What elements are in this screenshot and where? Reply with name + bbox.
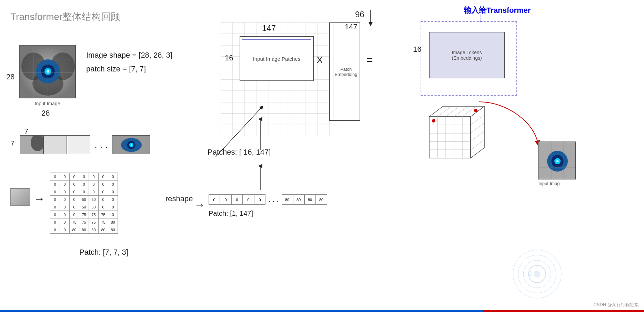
matrix-cell: 0 [60,196,70,203]
patch-item-2 [43,135,67,154]
reshape-cell: 0 [209,194,220,205]
matrix-cell: 0 [108,173,118,181]
matrix-cell: 80 [108,226,118,234]
matrix-cell: 75 [99,211,108,218]
dim-7-left: 7 [10,139,14,148]
matrix-cell: 0 [70,173,79,181]
matrix-cell: 0 [108,188,118,196]
matrix-cell: 50 [89,196,99,203]
reshape-cell: 80 [282,194,293,205]
reshape-cell: 0 [254,194,265,205]
matrix-row: 000505000 [50,203,118,211]
svg-rect-16 [44,136,67,154]
dim-147-embed: 147 [345,22,358,31]
input-image-caption: Input Image [19,101,76,106]
arrow-up-reshape-svg [255,164,265,192]
matrix-cell: 0 [50,181,60,188]
matrix-cell: 0 [50,196,60,203]
matrix-cell: 0 [50,188,60,196]
image-tokens-label: Image Tokens(Embeddings) [452,50,482,61]
arrow-to-matrix: → [34,193,45,205]
equals-symbol: = [366,53,373,66]
svg-rect-50 [429,117,471,158]
matrix-cell: 75 [79,211,89,218]
reshape-cell: 0 [231,194,243,205]
matrix-cell: 0 [108,211,118,218]
matrix-cell: 80 [79,226,89,234]
svg-line-61 [446,106,460,117]
matrix-cell: 80 [108,218,118,226]
reshape-strip: 0 0 0 0 0 . . . 80 80 80 80 [209,194,327,205]
right-input-image-label: Input Imag [539,181,560,186]
matrix-cell: 0 [70,196,79,203]
patches-16-147-label: Patches: [ 16, 147] [208,148,271,157]
right-input-image [538,142,576,179]
dim-147-patches: 147 [262,23,276,33]
matrix-cell: 0 [89,188,99,196]
input-patches-box: Input Image Patches [240,36,314,81]
matrix-cell: 0 [50,211,60,218]
matrix-cell: 0 [50,203,60,211]
small-patch-box [10,188,30,206]
matrix-cell: 80 [89,226,99,234]
reshape-cell: 80 [316,194,327,205]
matrix-cell: 0 [60,181,70,188]
patch-embedding-box: Patch Embedding [329,22,360,121]
matrix-cell: 75 [89,218,99,226]
matrix-row: 0007575750 [50,211,118,218]
reshape-cells-right: 80 80 80 80 [282,194,327,205]
reshape-cell: 0 [220,194,231,205]
matrix-cell: 0 [60,203,70,211]
transformer-input-label: 输入给Transformer [464,5,531,16]
reshape-middle-dots: . . . [268,195,279,204]
matrix-cell: 0 [108,196,118,203]
x-symbol: X [316,55,323,66]
page-container: Transformer整体结构回顾 28 [0,0,644,312]
matrix-cell: 0 [60,218,70,226]
input-image-svg [20,46,76,98]
patch-embedding-label: Patch Embedding [330,67,360,77]
patch-strip: . . . [20,135,150,154]
matrix-cell: 0 [70,181,79,188]
svg-line-62 [454,106,468,117]
arrow-96-down-svg [364,10,378,28]
matrix-cell: 75 [79,218,89,226]
input-image-box [19,45,76,98]
patch-1-147-label: Patch: [1, 147] [209,209,253,217]
dim-28-left: 28 [6,72,14,81]
matrix-row: 007575757580 [50,218,118,226]
matrix-row: 000505000 [50,196,118,203]
svg-rect-17 [67,136,90,154]
svg-point-22 [131,144,132,146]
page-title: Transformer整体结构回顾 [10,10,120,23]
right-eye-svg [539,142,576,179]
matrix-cell: 50 [79,203,89,211]
decorative-tech: 2 [499,246,575,302]
matrix-cell: 0 [99,181,108,188]
matrix-cell: 0 [70,211,79,218]
matrix-cell: 0 [99,196,108,203]
matrix-cell: 0 [60,226,70,234]
reshape-cell: 80 [304,194,316,205]
matrix-cell: 0 [79,181,89,188]
matrix-row: 0000000 [50,173,118,181]
patch-item-last [112,135,150,154]
matrix-cell: 0 [60,211,70,218]
matrix-cell: 0 [89,181,99,188]
reshape-cell: 0 [243,194,254,205]
matrix-cell: 0 [70,203,79,211]
svg-point-76 [556,160,559,162]
image-tokens-box: Image Tokens(Embeddings) [429,32,505,78]
matrix-cell: 75 [99,218,108,226]
tokens-dashed-box: Image Tokens(Embeddings) [421,21,517,96]
patch-item-1 [20,135,43,154]
matrix-cell: 0 [50,226,60,234]
dim-28-bottom: 28 [41,109,50,118]
matrix-table-container: 0000000 0000000 0000000 000505000 000505… [50,173,118,234]
reshape-cells-left: 0 0 0 0 0 [209,194,265,205]
matrix-cell: 0 [50,218,60,226]
matrix-cell: 50 [79,196,89,203]
dim-7-top: 7 [24,127,28,136]
decorative-svg: 2 [499,246,575,302]
matrix-cell: 0 [60,173,70,181]
